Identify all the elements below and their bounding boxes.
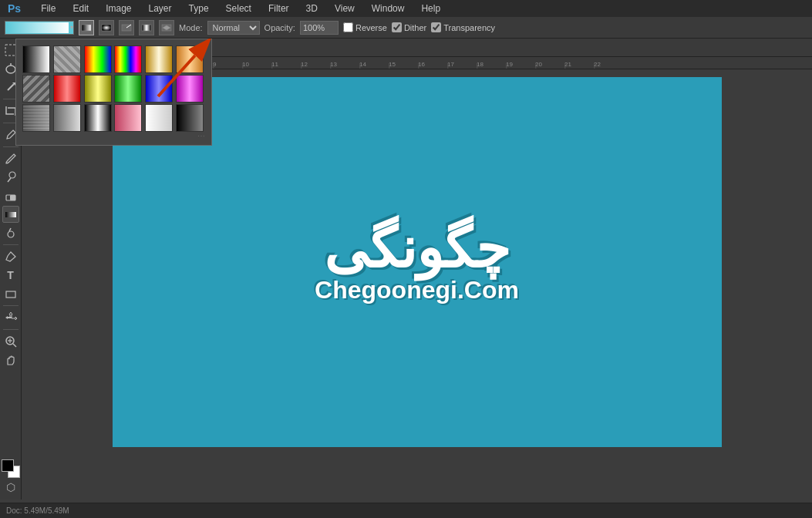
- gradient-swatch-6[interactable]: [22, 75, 50, 103]
- gradient-radial-btn[interactable]: [99, 20, 114, 35]
- menu-filter[interactable]: Filter: [265, 2, 292, 15]
- gradient-linear-btn[interactable]: [79, 20, 94, 35]
- ruler-mark-22: 22: [594, 61, 623, 68]
- gradient-swatch-2[interactable]: [84, 45, 112, 73]
- dither-checkbox-label[interactable]: Dither: [392, 22, 426, 32]
- ruler-mark-12: 12: [301, 61, 330, 68]
- ruler-mark-18: 18: [477, 61, 506, 68]
- gradient-swatch-17[interactable]: [176, 104, 204, 132]
- separator-6: [3, 329, 19, 330]
- svg-point-7: [6, 66, 15, 73]
- gradient-swatch-10[interactable]: [145, 75, 173, 103]
- dodge-tool[interactable]: [2, 224, 19, 241]
- ruler-mark-10: 10: [242, 61, 271, 68]
- gradient-reflected-btn[interactable]: [139, 20, 154, 35]
- gradient-diamond-btn[interactable]: [159, 20, 174, 35]
- gradient-picker-popup: ⚙ ⋯: [15, 39, 212, 146]
- menu-image[interactable]: Image: [103, 2, 134, 15]
- status-info: Doc: 5.49M/5.49M: [6, 506, 69, 515]
- eraser-tool[interactable]: [2, 187, 19, 204]
- eraser-icon: [5, 190, 17, 202]
- radial-gradient-icon: [101, 22, 112, 33]
- move-tool[interactable]: [2, 309, 19, 326]
- brush-tool[interactable]: [2, 150, 19, 167]
- angle-gradient-icon: [121, 22, 132, 33]
- separator-4: [3, 244, 19, 245]
- pen-icon: [5, 251, 17, 263]
- menu-edit[interactable]: Edit: [69, 2, 92, 15]
- hand-tool[interactable]: [2, 352, 19, 368]
- gradient-inner: [7, 22, 69, 33]
- svg-line-9: [8, 84, 14, 90]
- ruler-mark-20: 20: [535, 61, 564, 68]
- mode-label: Mode:: [179, 23, 203, 32]
- foreground-color[interactable]: [2, 459, 14, 472]
- gradient-angle-btn[interactable]: [119, 20, 134, 35]
- menu-window[interactable]: Window: [369, 2, 408, 15]
- menu-select[interactable]: Select: [223, 2, 254, 15]
- svg-line-12: [8, 178, 11, 182]
- shape-tool[interactable]: [2, 285, 19, 302]
- gradient-tool[interactable]: [2, 206, 19, 223]
- options-bar: ▾ Mode: Normal Dissolve M: [0, 17, 812, 39]
- pen-tool[interactable]: [2, 248, 19, 265]
- svg-rect-15: [5, 212, 16, 217]
- gradient-swatch-0[interactable]: [22, 45, 50, 73]
- ruler-mark-11: 11: [271, 61, 301, 68]
- stamp-icon: [5, 171, 17, 183]
- canvas-logo: چگونگی Chegoonegi.Com: [315, 220, 519, 304]
- gradient-swatch-16[interactable]: [145, 104, 173, 132]
- gradient-swatch-7[interactable]: [53, 75, 81, 103]
- gradient-swatch-8[interactable]: [84, 75, 112, 103]
- ruler-mark-19: 19: [506, 61, 535, 68]
- ruler-mark-14: 14: [359, 61, 389, 68]
- popup-resize-handle[interactable]: ⋯: [22, 132, 205, 140]
- menu-file[interactable]: File: [38, 2, 59, 15]
- gradient-options-btn[interactable]: ⚙: [190, 42, 206, 58]
- menu-3d[interactable]: 3D: [303, 2, 321, 15]
- svg-rect-14: [10, 195, 15, 200]
- ruler-mark-21: 21: [564, 61, 594, 68]
- opacity-input[interactable]: [300, 21, 339, 35]
- transparency-checkbox[interactable]: [431, 22, 441, 32]
- gradient-swatch-4[interactable]: [145, 45, 173, 73]
- gradient-swatch-3[interactable]: [114, 45, 142, 73]
- reflected-gradient-icon: [141, 22, 152, 33]
- reverse-checkbox-label[interactable]: Reverse: [343, 22, 387, 32]
- gradient-swatch-1[interactable]: [53, 45, 81, 73]
- gradient-swatch-14[interactable]: [84, 104, 112, 132]
- svg-rect-18: [6, 291, 15, 298]
- menu-view[interactable]: View: [332, 2, 358, 15]
- opacity-label: Opacity:: [264, 23, 295, 32]
- shape-icon: [5, 288, 17, 300]
- text-tool[interactable]: T: [2, 267, 19, 284]
- brush-icon: [5, 153, 17, 165]
- gradient-swatch-15[interactable]: [114, 104, 142, 132]
- gradient-dropdown-arrow[interactable]: ▾: [70, 24, 73, 31]
- zoom-tool[interactable]: [2, 333, 19, 350]
- menu-help[interactable]: Help: [418, 2, 443, 15]
- transparency-checkbox-label[interactable]: Transparency: [431, 22, 495, 32]
- gradient-swatch-9[interactable]: [114, 75, 142, 103]
- separator-5: [3, 305, 19, 306]
- svg-rect-6: [5, 45, 16, 56]
- menu-type[interactable]: Type: [186, 2, 212, 15]
- gradient-preview[interactable]: ▾: [5, 21, 74, 35]
- dither-checkbox[interactable]: [392, 22, 402, 32]
- reverse-checkbox[interactable]: [343, 22, 353, 32]
- separator-3: [3, 146, 19, 147]
- logo-latin-text: Chegoonegi.Com: [315, 276, 519, 304]
- svg-line-17: [9, 228, 11, 231]
- gradient-swatch-12[interactable]: [22, 104, 50, 132]
- svg-rect-1: [102, 25, 111, 31]
- quick-mask-tool[interactable]: ⬡: [6, 481, 15, 493]
- mode-select[interactable]: Normal Dissolve Multiply: [207, 21, 260, 35]
- logo-arabic-text: چگونگی: [324, 220, 510, 276]
- menu-layer[interactable]: Layer: [146, 2, 175, 15]
- stamp-tool[interactable]: [2, 169, 19, 186]
- color-swatches[interactable]: [2, 459, 20, 478]
- gradient-swatch-11[interactable]: [176, 75, 204, 103]
- linear-gradient-icon: [81, 22, 92, 33]
- gradient-tool-icon: [5, 208, 17, 220]
- gradient-swatch-13[interactable]: [53, 104, 81, 132]
